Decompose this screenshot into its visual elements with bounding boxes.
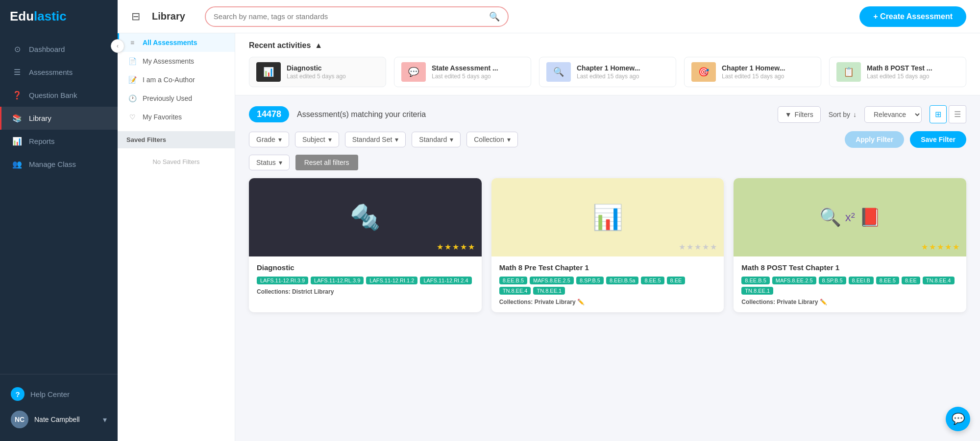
sidebar-item-label: Assessments	[29, 68, 73, 76]
status-dropdown[interactable]: Status ▾	[249, 155, 290, 170]
save-filter-button[interactable]: Save Filter	[910, 131, 966, 148]
avatar: NC	[11, 411, 28, 428]
sidebar-item-library[interactable]: 📚 Library	[0, 107, 118, 130]
tag: TN.8.EE.1	[533, 287, 565, 295]
card-tags: 8.EE.B.5 MAFS.8.EE.2.5 8.SP.B.5 8.EEI.B.…	[499, 277, 716, 295]
recent-date: Last edited 15 days ago	[577, 73, 640, 80]
recent-thumb: 📊	[256, 62, 281, 82]
collection-dropdown[interactable]: Collection ▾	[466, 132, 517, 147]
sidebar-item-assessments[interactable]: ☰ Assessments	[0, 61, 118, 84]
tag: LAFS.11-12.RI.1.2	[366, 277, 417, 284]
chevron-down-icon: ▾	[103, 415, 107, 424]
recent-name: Math 8 POST Test ...	[867, 64, 932, 72]
recent-name: Chapter 1 Homew...	[722, 64, 785, 72]
sidebar-item-label: Manage Class	[29, 160, 76, 168]
filter-label: My Favorites	[143, 113, 182, 121]
recent-name: State Assessment ...	[432, 64, 498, 72]
filter-my-assessments[interactable]: 📄 My Assessments	[118, 52, 235, 70]
sidebar-item-question-bank[interactable]: ❓ Question Bank	[0, 84, 118, 107]
manage-class-icon: 👥	[12, 160, 22, 169]
grade-dropdown[interactable]: Grade ▾	[249, 132, 289, 147]
search-input[interactable]	[214, 12, 484, 21]
create-assessment-button[interactable]: + Create Assessment	[859, 6, 966, 27]
grade-label: Grade	[256, 136, 275, 143]
assessments-area: 14478 Assessment(s) matching your criter…	[235, 95, 980, 322]
filter-co-author[interactable]: 📝 I am a Co-Author	[118, 70, 235, 89]
matching-text: Assessment(s) matching your criteria	[297, 110, 770, 119]
sidebar-item-label: Question Bank	[29, 91, 77, 99]
co-author-icon: 📝	[128, 76, 137, 84]
assessment-card[interactable]: 🔍 x² 📕 ★★★★★ Math 8 POST Test Chapter 1 …	[734, 178, 966, 312]
filter-all-assessments[interactable]: ≡ All Assessments	[118, 33, 235, 52]
tag: 8.EE.B.5	[499, 277, 527, 284]
recent-activities-header[interactable]: Recent activities ▲	[249, 41, 966, 50]
help-center-button[interactable]: ? Help Center	[11, 382, 107, 406]
chevron-down-icon: ▾	[279, 159, 282, 166]
card-stars: ★★★★★	[679, 242, 718, 252]
edit-collection-icon[interactable]: ✏️	[577, 299, 585, 305]
chevron-down-icon: ▾	[328, 136, 332, 143]
filter-previously-used[interactable]: 🕐 Previously Used	[118, 89, 235, 108]
logo-edu: Edu	[10, 9, 34, 23]
recent-info: Chapter 1 Homew... Last edited 15 days a…	[577, 64, 640, 80]
tag: TN.8.EE.4	[923, 277, 955, 284]
body-area: ≡ All Assessments 📄 My Assessments 📝 I a…	[118, 33, 980, 441]
sidebar-collapse-button[interactable]: ‹	[111, 39, 124, 53]
chat-button[interactable]: 💬	[946, 407, 970, 431]
count-badge: 14478	[249, 106, 289, 122]
standard-set-dropdown[interactable]: Standard Set ▾	[345, 132, 406, 147]
sidebar-item-dashboard[interactable]: ⊙ Dashboard	[0, 38, 118, 61]
recent-item[interactable]: 📋 Math 8 POST Test ... Last edited 15 da…	[829, 57, 966, 87]
standard-set-label: Standard Set	[352, 136, 392, 143]
relevance-select[interactable]: Relevance	[864, 106, 922, 123]
standard-dropdown[interactable]: Standard ▾	[412, 132, 461, 147]
library-header-icon: ⊟	[131, 10, 140, 23]
tag: TN.8.EE.4	[499, 287, 531, 295]
collection-label: Collection	[474, 136, 504, 143]
status-row: Status ▾ Reset all filters	[249, 155, 966, 170]
recent-thumb: 🔍	[546, 62, 571, 82]
list-view-button[interactable]: ☰	[949, 105, 966, 123]
assessment-card[interactable]: 📊 ★★★★★ Math 8 Pre Test Chapter 1 8.EE.B…	[491, 178, 724, 312]
tag: 8.EE.B.5	[741, 277, 769, 284]
sidebar-footer: ? Help Center NC Nate Campbell ▾	[0, 374, 118, 441]
filter-my-favorites[interactable]: ♡ My Favorites	[118, 108, 235, 126]
main-content: ⊟ Library 🔍 + Create Assessment ≡ All As…	[118, 0, 980, 441]
tag: MAFS.8.EE.2.5	[530, 277, 574, 284]
help-circle-icon: ?	[11, 387, 24, 401]
reset-filters-button[interactable]: Reset all filters	[295, 155, 358, 170]
card-thumbnail: 🔩 ★★★★★	[249, 178, 482, 256]
content-area: Recent activities ▲ 📊 Diagnostic Last ed…	[235, 33, 980, 441]
recent-thumb: 💬	[401, 62, 426, 82]
search-icon[interactable]: 🔍	[489, 11, 500, 22]
card-body: Math 8 Pre Test Chapter 1 8.EE.B.5 MAFS.…	[491, 256, 724, 312]
recent-item[interactable]: 💬 State Assessment ... Last edited 5 day…	[394, 57, 531, 87]
apply-filter-button[interactable]: Apply Filter	[845, 131, 904, 148]
reports-icon: 📊	[12, 137, 22, 146]
tag: MAFS.8.EE.2.5	[772, 277, 816, 284]
card-body: Math 8 POST Test Chapter 1 8.EE.B.5 MAFS…	[734, 256, 966, 312]
recent-date: Last edited 15 days ago	[722, 73, 785, 80]
card-collections: Collections: Private Library ✏️	[741, 299, 958, 305]
assessment-card[interactable]: 🔩 ★★★★★ Diagnostic LAFS.11-12.RI.3.9 LAF…	[249, 178, 482, 312]
chevron-down-icon: ▾	[450, 136, 453, 143]
card-collections: Collections: District Library	[257, 288, 474, 295]
recent-date: Last edited 15 days ago	[867, 73, 932, 80]
recent-item[interactable]: 📊 Diagnostic Last edited 5 days ago	[249, 57, 386, 87]
tag: 8.SP.B.5	[576, 277, 604, 284]
recent-item[interactable]: 🔍 Chapter 1 Homew... Last edited 15 days…	[539, 57, 676, 87]
saved-filters-header: Saved Filters	[118, 131, 235, 148]
tag: 8.EE.5	[876, 277, 899, 284]
sidebar-item-reports[interactable]: 📊 Reports	[0, 130, 118, 153]
subject-label: Subject	[302, 136, 325, 143]
user-profile-button[interactable]: NC Nate Campbell ▾	[11, 406, 107, 433]
edit-collection-icon[interactable]: ✏️	[820, 299, 827, 305]
card-body: Diagnostic LAFS.11-12.RI.3.9 LAFS.11-12.…	[249, 256, 482, 302]
filters-button[interactable]: ▼ Filters	[778, 106, 821, 123]
subject-dropdown[interactable]: Subject ▾	[295, 132, 339, 147]
recent-item[interactable]: 🎯 Chapter 1 Homew... Last edited 15 days…	[684, 57, 821, 87]
sidebar-item-manage-class[interactable]: 👥 Manage Class	[0, 153, 118, 176]
logo: Edulastic	[0, 0, 118, 33]
chevron-down-icon: ▾	[395, 136, 398, 143]
grid-view-button[interactable]: ⊞	[930, 105, 947, 123]
